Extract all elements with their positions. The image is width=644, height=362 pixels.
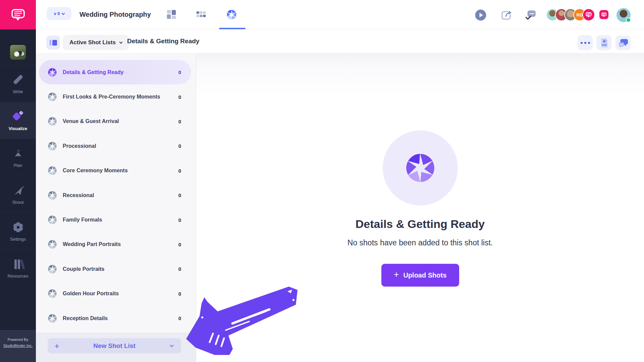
avatar-studiobinder[interactable] <box>582 8 595 21</box>
aperture-icon <box>48 117 57 126</box>
shot-list-item-label: Reception Details <box>63 315 178 321</box>
pdf-download-icon: PDF <box>598 37 610 49</box>
studiobinder-logo[interactable] <box>0 0 36 29</box>
online-status-dot <box>626 17 631 22</box>
books-icon <box>11 257 25 271</box>
comment-check-icon <box>525 9 537 21</box>
shot-list-item-label: Wedding Part Portraits <box>63 241 178 247</box>
grid-layout-icon <box>196 9 206 20</box>
upload-shots-button[interactable]: + Upload Shots <box>381 264 459 287</box>
aperture-icon <box>48 166 57 175</box>
empty-state-title: Details & Getting Ready <box>196 218 644 231</box>
shot-list-item-count: 0 <box>178 119 181 124</box>
tab-grid-view[interactable] <box>194 7 208 21</box>
speech-bubble-logo-icon <box>601 12 607 17</box>
aperture-icon <box>48 314 57 323</box>
sidebar-item-plan[interactable]: Plan <box>0 139 36 176</box>
project-thumbnail[interactable] <box>10 45 26 60</box>
shot-list-item-label: Core Ceremony Moments <box>63 168 178 174</box>
sidebar-item-settings[interactable]: Settings <box>0 213 36 249</box>
shot-list-item-label: Processional <box>63 143 178 149</box>
plus-icon: + <box>54 341 59 351</box>
aperture-icon <box>48 240 57 249</box>
powered-by-footer: Powered By StudioBinder Inc. <box>0 330 36 362</box>
shot-list-item-label: Golden Hour Portraits <box>63 291 178 297</box>
upload-shots-label: Upload Shots <box>403 272 446 279</box>
shot-list-item-count: 0 <box>178 168 181 174</box>
plus-icon: + <box>394 269 399 280</box>
sidebar-item-visualize[interactable]: Visualize <box>0 102 36 139</box>
new-shot-list-button[interactable]: + New Shot List <box>48 338 181 353</box>
shot-list-item-label: Details & Getting Ready <box>63 69 178 75</box>
collaborator-avatar-stack: RD <box>546 8 595 21</box>
shot-list-item[interactable]: Processional 0 <box>39 134 191 158</box>
gear-icon <box>11 221 25 234</box>
shot-list-item[interactable]: First Looks & Pre-Ceremony Moments 0 <box>39 84 191 109</box>
studiobinder-link[interactable]: StudioBinder Inc. <box>0 343 36 349</box>
sidebar-item-shoot[interactable]: Shoot <box>0 176 36 213</box>
mountains-icon <box>11 147 25 160</box>
shot-list-item-count: 0 <box>178 291 181 297</box>
shot-list-item-count: 0 <box>178 94 181 100</box>
shot-lists-panel: Details & Getting Ready 0 First Looks & … <box>36 53 196 362</box>
chat-bubbles-icon <box>618 37 629 49</box>
empty-state-circle <box>383 130 458 205</box>
comments-resolved-button[interactable] <box>524 8 538 22</box>
shot-list-item[interactable]: Details & Getting Ready 0 <box>39 60 191 84</box>
shot-list-item[interactable]: Family Formals 0 <box>39 207 191 232</box>
shot-list-item-count: 0 <box>178 192 181 198</box>
shot-list-item[interactable]: Venue & Guest Arrival 0 <box>39 109 191 134</box>
dropdown-label: Active Shot Lists <box>69 39 116 46</box>
shot-list-toolbar: Active Shot Lists Details & Getting Read… <box>36 29 644 53</box>
tab-storyboard-view[interactable] <box>164 7 178 21</box>
aperture-icon <box>48 215 57 225</box>
comments-button[interactable] <box>615 35 631 50</box>
shot-list-item-count: 0 <box>178 315 181 321</box>
powered-by-line: Powered By <box>0 337 36 343</box>
svg-text:PDF: PDF <box>602 43 607 46</box>
shot-list-item-count: 0 <box>178 143 181 149</box>
shot-list-item-count: 0 <box>178 217 181 223</box>
new-shot-list-label: New Shot List <box>93 342 136 350</box>
aperture-icon <box>48 289 57 298</box>
shot-list-item-count: 0 <box>178 242 181 247</box>
shot-list-item[interactable]: Core Ceremony Moments 0 <box>39 159 191 183</box>
download-pdf-button[interactable]: PDF <box>596 35 611 50</box>
shot-lists-dropdown[interactable]: Active Shot Lists <box>63 35 129 50</box>
sidebar-item-write[interactable]: Write <box>0 65 36 102</box>
aperture-icon <box>48 264 57 274</box>
aperture-icon <box>48 191 57 200</box>
shot-list-item[interactable]: Reception Details 0 <box>39 306 191 330</box>
aperture-icon <box>48 141 57 151</box>
panel-toggle-button[interactable] <box>46 36 60 50</box>
chevron-down-icon <box>61 11 65 15</box>
play-presentation-button[interactable] <box>474 8 487 22</box>
tab-shot-list-view[interactable] <box>224 7 238 21</box>
top-header: v 0 Wedding Photography <box>0 0 644 29</box>
version-dropdown[interactable]: v 0 <box>47 7 71 20</box>
storyboard-layout-icon <box>166 9 177 20</box>
studiobinder-chat-button[interactable] <box>599 10 608 19</box>
project-title[interactable]: Wedding Photography <box>79 0 151 29</box>
sidebar-item-resources[interactable]: Resources <box>0 249 36 286</box>
shot-list-item[interactable]: Recessional 0 <box>39 183 191 207</box>
shot-list-item[interactable]: Couple Portraits 0 <box>39 257 191 281</box>
share-button[interactable] <box>499 8 513 22</box>
shot-list-item-label: First Looks & Pre-Ceremony Moments <box>63 94 178 100</box>
shot-list-item[interactable]: Golden Hour Portraits 0 <box>39 282 191 306</box>
shot-list-item-count: 0 <box>178 69 181 75</box>
shot-list-rows: Details & Getting Ready 0 First Looks & … <box>39 60 191 330</box>
aperture-icon-active <box>48 68 57 77</box>
aperture-icon <box>226 9 237 20</box>
active-tab-underline <box>219 28 246 29</box>
speech-bubble-logo-icon <box>10 8 26 21</box>
shot-list-item[interactable]: Wedding Part Portraits 0 <box>39 232 191 257</box>
share-icon <box>500 9 513 21</box>
shot-list-item-label: Venue & Guest Arrival <box>63 118 178 124</box>
chevron-down-icon <box>119 41 122 44</box>
shot-list-item-count: 0 <box>178 266 181 272</box>
more-options-button[interactable] <box>578 35 593 50</box>
pen-icon <box>11 73 25 86</box>
studiobinder-app: v 0 Wedding Photography <box>0 0 644 362</box>
aperture-icon <box>48 92 57 102</box>
